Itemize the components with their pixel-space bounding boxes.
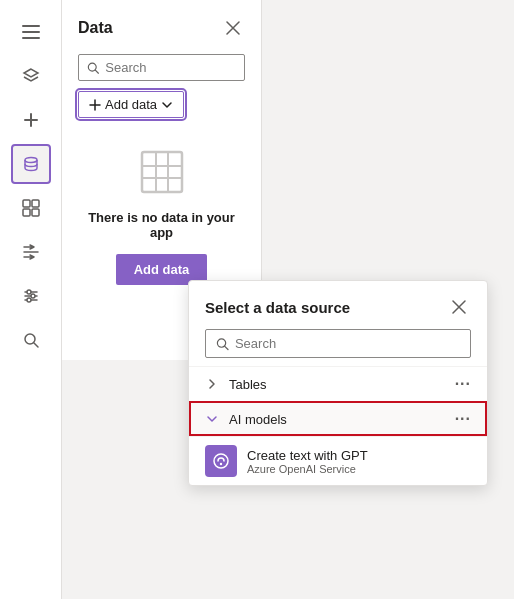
data-search-box[interactable] [78, 54, 245, 81]
svg-point-12 [31, 294, 35, 298]
search-icon [216, 337, 229, 351]
empty-state: There is no data in your app Add data [78, 148, 245, 285]
svg-rect-4 [23, 200, 30, 207]
svg-rect-0 [22, 25, 40, 27]
gpt-item-title: Create text with GPT [247, 448, 368, 463]
svg-line-24 [225, 346, 228, 349]
svg-point-11 [27, 290, 31, 294]
select-source-header: Select a data source [189, 281, 487, 329]
svg-rect-6 [23, 209, 30, 216]
select-source-search-box[interactable] [205, 329, 471, 358]
sidebar-item-flow[interactable] [11, 232, 51, 272]
empty-state-text: There is no data in your app [78, 210, 245, 240]
tables-label: Tables [229, 377, 267, 392]
sub-item-create-text-gpt[interactable]: Create text with GPT Azure OpenAI Servic… [189, 436, 487, 485]
panel-header: Data [78, 16, 245, 40]
search-icon [87, 61, 99, 75]
svg-point-25 [214, 454, 228, 468]
svg-point-3 [25, 158, 37, 163]
source-item-ai-models-left: AI models [205, 412, 287, 427]
ai-models-more-icon[interactable]: ··· [455, 410, 471, 428]
sidebar-item-layers[interactable] [11, 56, 51, 96]
svg-rect-18 [142, 152, 182, 192]
source-item-tables[interactable]: Tables ··· [189, 366, 487, 401]
gpt-icon [205, 445, 237, 477]
sidebar [0, 0, 62, 599]
sidebar-item-variables[interactable] [11, 276, 51, 316]
select-source-title: Select a data source [205, 299, 350, 316]
source-item-ai-models[interactable]: AI models ··· [189, 401, 487, 436]
svg-rect-7 [32, 209, 39, 216]
data-panel-close-button[interactable] [221, 16, 245, 40]
grid-icon [138, 148, 186, 196]
plus-icon [89, 99, 101, 111]
sidebar-item-data[interactable] [11, 144, 51, 184]
sidebar-item-menu[interactable] [11, 12, 51, 52]
panel-title: Data [78, 19, 113, 37]
add-data-dropdown-button[interactable]: Add data [78, 91, 184, 118]
select-source-search-input[interactable] [235, 336, 460, 351]
svg-point-13 [27, 298, 31, 302]
tables-more-icon[interactable]: ··· [455, 375, 471, 393]
gpt-item-text: Create text with GPT Azure OpenAI Servic… [247, 448, 368, 475]
svg-line-15 [34, 343, 38, 347]
select-source-close-button[interactable] [447, 295, 471, 319]
sidebar-item-search[interactable] [11, 320, 51, 360]
svg-line-17 [95, 70, 98, 73]
sidebar-item-insert[interactable] [11, 100, 51, 140]
data-search-input[interactable] [105, 60, 236, 75]
chevron-right-icon [205, 377, 219, 391]
select-source-panel: Select a data source Tables ··· AI [188, 280, 488, 486]
chevron-down-icon [161, 99, 173, 111]
gpt-item-subtitle: Azure OpenAI Service [247, 463, 368, 475]
source-item-tables-left: Tables [205, 377, 267, 392]
sidebar-item-components[interactable] [11, 188, 51, 228]
ai-models-label: AI models [229, 412, 287, 427]
svg-rect-5 [32, 200, 39, 207]
svg-rect-2 [22, 37, 40, 39]
background-area [262, 0, 514, 280]
svg-point-26 [220, 463, 222, 465]
svg-rect-1 [22, 31, 40, 33]
chevron-down-icon [205, 412, 219, 426]
add-data-label: Add data [105, 97, 157, 112]
